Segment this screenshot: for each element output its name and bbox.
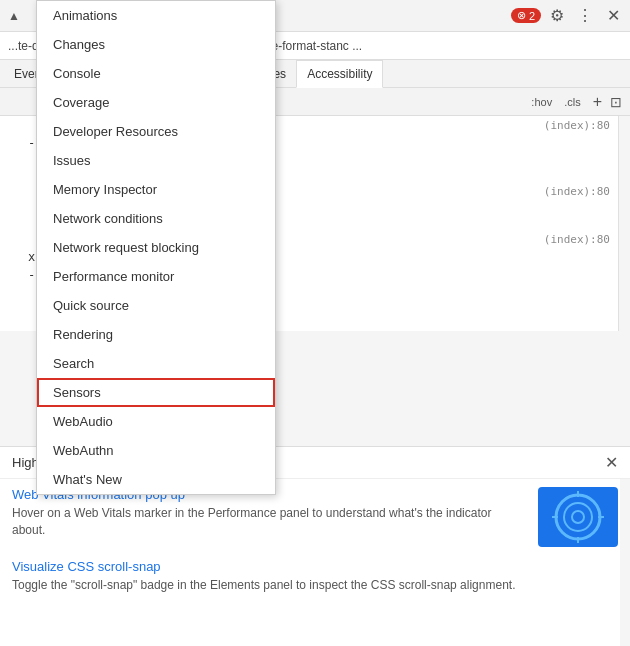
- more-vert-icon: ⋮: [577, 6, 593, 25]
- whats-new-close-btn[interactable]: ✕: [605, 453, 618, 472]
- news-title-1[interactable]: Visualize CSS scroll-snap: [12, 559, 618, 574]
- whats-new-content: Web Vitals information pop up Hover on a…: [0, 479, 630, 646]
- menu-item-search[interactable]: Search: [37, 349, 275, 378]
- filter-icon[interactable]: ⊡: [610, 94, 622, 110]
- toolbar-right: ⊗ 2 ⚙ ⋮ ✕: [511, 4, 626, 28]
- up-arrow-btn[interactable]: ▲: [4, 6, 24, 26]
- add-style-btn[interactable]: +: [589, 91, 606, 113]
- close-icon: ✕: [607, 7, 620, 24]
- panel-vertical-scrollbar[interactable]: [620, 479, 630, 646]
- error-icon: ⊗: [517, 9, 526, 22]
- menu-item-changes[interactable]: Changes: [37, 30, 275, 59]
- menu-item-console[interactable]: Console: [37, 59, 275, 88]
- error-badge: ⊗ 2: [511, 8, 541, 23]
- toolbar-left: ▲: [4, 6, 24, 26]
- news-desc-1: Toggle the "scroll-snap" badge in the El…: [12, 577, 618, 594]
- news-item-0: Web Vitals information pop up Hover on a…: [12, 487, 618, 547]
- menu-item-coverage[interactable]: Coverage: [37, 88, 275, 117]
- filter-right: :hov .cls + ⊡: [527, 91, 622, 113]
- hov-btn[interactable]: :hov: [527, 94, 556, 110]
- menu-item-memory-inspector[interactable]: Memory Inspector: [37, 175, 275, 204]
- news-item-1: Visualize CSS scroll-snap Toggle the "sc…: [12, 559, 618, 594]
- menu-item-rendering[interactable]: Rendering: [37, 320, 275, 349]
- tab-accessibility[interactable]: Accessibility: [296, 60, 383, 88]
- gear-icon: ⚙: [550, 6, 564, 25]
- menu-item-performance-monitor[interactable]: Performance monitor: [37, 262, 275, 291]
- menu-item-developer-resources[interactable]: Developer Resources: [37, 117, 275, 146]
- news-desc-0: Hover on a Web Vitals marker in the Perf…: [12, 505, 528, 539]
- settings-btn[interactable]: ⚙: [545, 4, 569, 28]
- svg-point-1: [564, 503, 592, 531]
- svg-point-2: [572, 511, 584, 523]
- svg-point-0: [556, 495, 600, 539]
- menu-item-network-conditions[interactable]: Network conditions: [37, 204, 275, 233]
- menu-item-network-request-blocking[interactable]: Network request blocking: [37, 233, 275, 262]
- news-text-0: Web Vitals information pop up Hover on a…: [12, 487, 528, 547]
- menu-item-whats-new[interactable]: What's New: [37, 465, 275, 494]
- news-text-1: Visualize CSS scroll-snap Toggle the "sc…: [12, 559, 618, 594]
- close-devtools-btn[interactable]: ✕: [601, 6, 626, 25]
- menu-item-webaudio[interactable]: WebAudio: [37, 407, 275, 436]
- menu-item-issues[interactable]: Issues: [37, 146, 275, 175]
- menu-item-quick-source[interactable]: Quick source: [37, 291, 275, 320]
- menu-item-webauthn[interactable]: WebAuthn: [37, 436, 275, 465]
- more-vert-btn[interactable]: ⋮: [573, 4, 597, 28]
- menu-item-animations[interactable]: Animations: [37, 1, 275, 30]
- cls-btn[interactable]: .cls: [560, 94, 585, 110]
- dropdown-menu: Animations Changes Console Coverage Deve…: [36, 0, 276, 495]
- vertical-scrollbar[interactable]: [618, 116, 630, 331]
- news-thumb-0: [538, 487, 618, 547]
- menu-item-sensors[interactable]: Sensors: [37, 378, 275, 407]
